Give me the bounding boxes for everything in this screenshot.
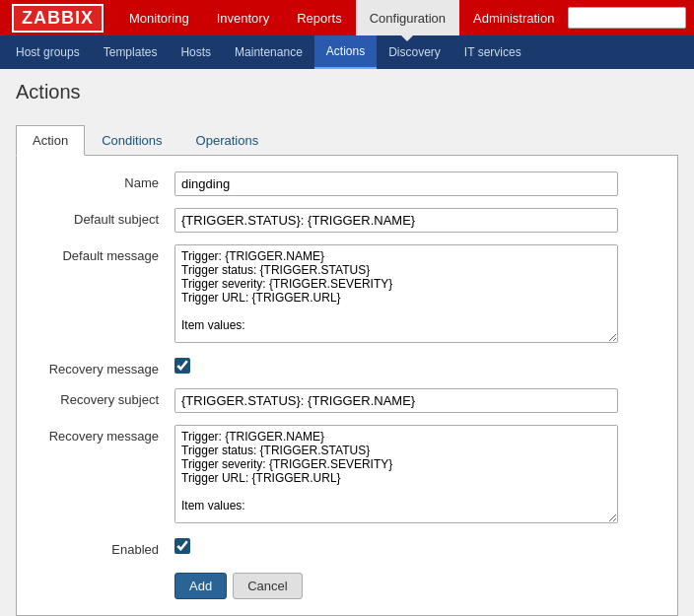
recovery-message-text-row: Recovery message Trigger: {TRIGGER.NAME}…	[36, 425, 658, 526]
default-message-control: Trigger: {TRIGGER.NAME} Trigger status: …	[174, 244, 658, 346]
form-area: Name Default subject Default message Tri…	[16, 156, 678, 616]
default-subject-input[interactable]	[174, 208, 618, 233]
cancel-button[interactable]: Cancel	[233, 573, 302, 599]
recovery-message-text-control: Trigger: {TRIGGER.NAME} Trigger status: …	[174, 425, 658, 526]
default-subject-label: Default subject	[36, 208, 174, 227]
enabled-control	[174, 538, 658, 557]
enabled-row: Enabled	[36, 538, 658, 557]
recovery-message-row: Recovery message	[36, 358, 658, 376]
logo-text: ZABBIX	[12, 4, 104, 33]
nav-reports[interactable]: Reports	[283, 0, 356, 35]
nav-hosts[interactable]: Hosts	[169, 35, 223, 69]
recovery-subject-input[interactable]	[174, 388, 618, 413]
default-subject-row: Default subject	[36, 208, 658, 233]
nav-inventory[interactable]: Inventory	[203, 0, 283, 35]
search-box	[568, 7, 686, 29]
recovery-subject-row: Recovery subject	[36, 388, 658, 413]
recovery-message-checkbox[interactable]	[174, 358, 190, 374]
tab-operations[interactable]: Operations	[179, 125, 276, 156]
page-title: Actions	[16, 81, 678, 111]
nav-monitoring[interactable]: Monitoring	[115, 0, 203, 35]
name-input[interactable]	[174, 171, 618, 196]
tab-conditions[interactable]: Conditions	[85, 125, 178, 156]
tab-action[interactable]: Action	[16, 125, 85, 156]
recovery-message-control	[174, 358, 658, 376]
name-label: Name	[36, 171, 174, 190]
search-input[interactable]	[568, 7, 686, 29]
recovery-subject-label: Recovery subject	[36, 388, 174, 407]
name-control	[174, 171, 658, 196]
nav-administration[interactable]: Administration	[459, 0, 568, 35]
nav-it-services[interactable]: IT services	[452, 35, 533, 69]
enabled-label: Enabled	[36, 538, 174, 557]
nav-templates[interactable]: Templates	[92, 35, 170, 69]
form-buttons: Add Cancel	[174, 573, 658, 599]
recovery-message-textarea[interactable]: Trigger: {TRIGGER.NAME} Trigger status: …	[174, 425, 618, 523]
default-subject-control	[174, 208, 658, 233]
page-content: Actions Action Conditions Operations Nam…	[0, 69, 694, 616]
nav-configuration[interactable]: Configuration	[356, 0, 459, 35]
default-message-row: Default message Trigger: {TRIGGER.NAME} …	[36, 244, 658, 346]
add-button[interactable]: Add	[174, 573, 227, 599]
top-navigation: ZABBIX Monitoring Inventory Reports Conf…	[0, 0, 694, 35]
recovery-message-label: Recovery message	[36, 358, 174, 376]
name-row: Name	[36, 171, 658, 196]
second-navigation: Host groups Templates Hosts Maintenance …	[0, 35, 694, 69]
nav-maintenance[interactable]: Maintenance	[223, 35, 314, 69]
recovery-message-text-label: Recovery message	[36, 425, 174, 444]
tabs: Action Conditions Operations	[16, 125, 678, 156]
top-nav-links: Monitoring Inventory Reports Configurati…	[115, 0, 568, 35]
logo[interactable]: ZABBIX	[0, 0, 115, 35]
nav-actions[interactable]: Actions	[314, 35, 377, 69]
default-message-label: Default message	[36, 244, 174, 263]
recovery-subject-control	[174, 388, 658, 413]
enabled-checkbox[interactable]	[174, 538, 190, 554]
nav-discovery[interactable]: Discovery	[377, 35, 452, 69]
nav-host-groups[interactable]: Host groups	[4, 35, 92, 69]
default-message-textarea[interactable]: Trigger: {TRIGGER.NAME} Trigger status: …	[174, 244, 618, 343]
